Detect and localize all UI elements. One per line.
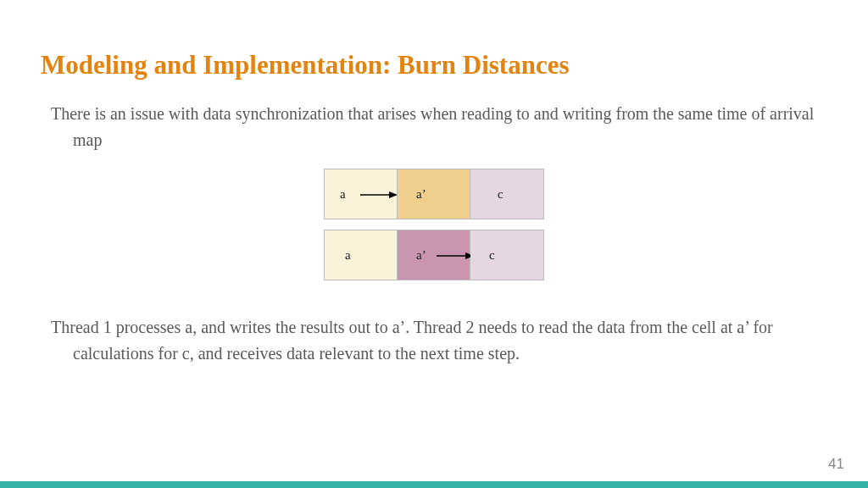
cell-r2-c: c <box>470 230 543 280</box>
cell-r2-a: a <box>325 230 398 280</box>
diagram-row-2: a a’ c <box>324 230 544 280</box>
slide: Modeling and Implementation: Burn Distan… <box>0 0 868 488</box>
diagram: a a’ c a a’ <box>0 169 868 280</box>
diagram-row-1: a a’ c <box>324 169 544 219</box>
cell-label: c <box>489 248 495 263</box>
cell-label: a <box>345 248 351 263</box>
cell-label: a’ <box>416 187 426 202</box>
cell-r1-c: c <box>470 169 543 219</box>
cell-r1-b: a’ <box>398 169 470 219</box>
cell-label: a <box>340 187 346 202</box>
paragraph-2: Thread 1 processes a, and writes the res… <box>22 302 868 367</box>
arrow-icon <box>437 252 474 259</box>
cell-label: c <box>498 187 504 202</box>
arrow-icon <box>360 191 398 198</box>
cell-label: a’ <box>416 248 426 263</box>
slide-title: Modeling and Implementation: Burn Distan… <box>0 0 868 89</box>
page-number: 41 <box>828 456 844 473</box>
paragraph-1: There is an issue with data synchronizat… <box>22 89 868 153</box>
svg-marker-1 <box>389 191 398 198</box>
footer-bar <box>0 481 868 488</box>
cell-r2-b: a’ <box>398 230 470 280</box>
cell-r1-a: a <box>325 169 398 219</box>
